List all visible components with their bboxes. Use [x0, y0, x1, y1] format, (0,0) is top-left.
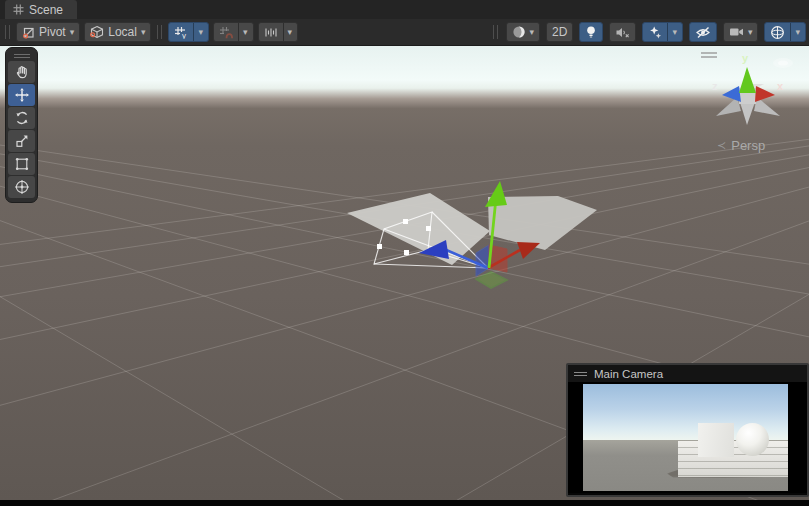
sun-flare — [773, 58, 793, 68]
chevron-down-icon: ▾ — [70, 28, 75, 37]
persp-glyph-icon: ≺ — [717, 139, 726, 152]
increment-snap-button[interactable]: ▾ — [258, 22, 299, 42]
drag-handle-icon[interactable] — [574, 372, 587, 376]
orientation-gizmo-y-cone[interactable] — [739, 67, 756, 93]
grid-visibility-button[interactable]: y ▾ — [168, 22, 209, 42]
scale-tool-icon — [14, 133, 30, 149]
pivot-icon — [22, 26, 35, 39]
toolbar-drag-handle[interactable] — [157, 25, 162, 39]
hand-tool-icon — [14, 64, 30, 80]
tool-palette-drag-handle[interactable] — [8, 51, 35, 60]
chevron-down-icon: ▾ — [530, 28, 535, 37]
axis-x-label: x — [777, 80, 784, 92]
gizmos-icon — [770, 25, 785, 40]
chevron-down-icon: ▾ — [141, 28, 146, 37]
grid-visibility-icon: y — [174, 26, 188, 39]
scene-visibility-icon — [695, 26, 711, 39]
orientation-gizmo-z-cone[interactable] — [722, 86, 741, 102]
preview-cube — [698, 423, 734, 457]
chevron-down-icon: ▾ — [672, 28, 677, 37]
scene-toolbar: Pivot ▾ Local ▾ y ▾ — [0, 19, 809, 46]
camera-preview-header[interactable]: Main Camera — [568, 365, 807, 382]
tab-scene[interactable]: Scene — [5, 0, 77, 19]
rect-tool-button[interactable] — [8, 153, 35, 175]
view-hand-tool-button[interactable] — [8, 61, 35, 83]
scene-audio-button[interactable] — [609, 22, 636, 42]
local-axes-icon — [90, 25, 104, 39]
toolbar-drag-handle[interactable] — [493, 25, 498, 39]
grid-snapping-button[interactable]: ▾ — [213, 22, 254, 42]
transform-tool-icon — [14, 179, 30, 195]
effects-icon — [648, 25, 662, 39]
preview-sphere — [736, 423, 769, 456]
scale-tool-button[interactable] — [8, 130, 35, 152]
chevron-down-icon: ▾ — [243, 28, 248, 37]
pivot-mode-label: Pivot — [39, 25, 66, 39]
2d-toggle-label: 2D — [552, 25, 567, 39]
toolbar-drag-handle[interactable] — [5, 25, 10, 39]
shading-mode-button[interactable]: ▾ — [506, 22, 541, 42]
svg-text:y: y — [182, 31, 186, 39]
tool-palette — [5, 47, 38, 203]
move-tool-button[interactable] — [8, 84, 35, 106]
effects-button[interactable]: ▾ — [642, 22, 683, 42]
pivot-mode-button[interactable]: Pivot ▾ — [16, 22, 80, 42]
camera-preview-panel: Main Camera — [566, 363, 809, 497]
chevron-down-icon: ▾ — [288, 28, 293, 37]
chevron-down-icon: ▾ — [795, 28, 800, 37]
scene-audio-icon — [615, 26, 630, 39]
handle-orientation-label: Local — [108, 25, 137, 39]
projection-mode-toggle[interactable]: ≺ Persp — [717, 138, 765, 153]
overlay-drag-handle[interactable] — [701, 53, 717, 57]
grid-snapping-icon — [219, 26, 233, 39]
toolbar-right-group: ▾ 2D — [491, 22, 806, 42]
camera-preview-body — [568, 382, 807, 493]
shading-mode-icon — [512, 25, 526, 39]
chevron-down-icon: ▾ — [748, 28, 753, 37]
axis-y-label: y — [742, 52, 749, 64]
camera-preview-render — [583, 384, 788, 491]
rect-tool-icon — [14, 156, 30, 172]
tab-scene-label: Scene — [29, 3, 63, 17]
orientation-gizmo-x-cone[interactable] — [755, 86, 775, 102]
scene-lighting-icon — [585, 25, 597, 39]
scene-visibility-button[interactable] — [689, 22, 717, 42]
rotate-tool-button[interactable] — [8, 107, 35, 129]
axis-z-label: z — [712, 80, 718, 92]
camera-preview-title: Main Camera — [594, 368, 663, 380]
grid-tab-icon — [13, 4, 24, 15]
scene-lighting-button[interactable] — [579, 22, 603, 42]
chevron-down-icon: ▾ — [198, 28, 203, 37]
window-bottom-edge — [0, 500, 809, 506]
camera-settings-icon — [729, 26, 744, 38]
rotate-tool-icon — [14, 110, 30, 126]
tab-bar: Scene — [0, 0, 809, 19]
2d-toggle-button[interactable]: 2D — [546, 22, 573, 42]
camera-settings-button[interactable]: ▾ — [723, 22, 759, 42]
transform-tool-button[interactable] — [8, 176, 35, 198]
move-tool-icon — [14, 87, 30, 103]
projection-mode-label: Persp — [731, 138, 765, 153]
handle-orientation-button[interactable]: Local ▾ — [84, 22, 151, 42]
increment-snap-icon — [264, 26, 278, 39]
gizmos-button[interactable]: ▾ — [764, 22, 806, 42]
